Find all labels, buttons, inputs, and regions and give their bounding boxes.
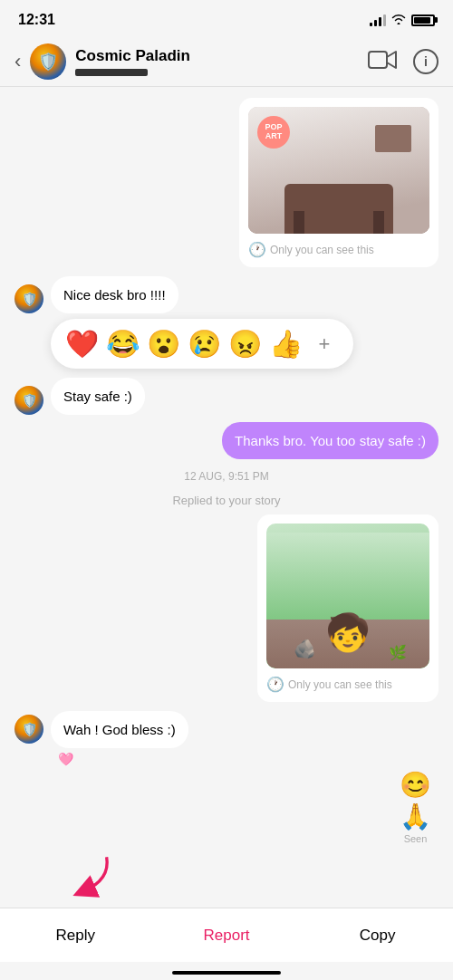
battery-icon [411,14,435,26]
seen-emojis: 😊 🙏 Seen [400,770,431,844]
copy-button[interactable]: Copy [302,908,453,962]
reaction-picker[interactable]: ❤️ 😂 😮 😢 😠 👍 + [51,319,353,369]
video-call-button[interactable] [368,49,399,74]
message-row-4: 🛡️ Wah ! God bless :) 🩷 [14,711,439,766]
bottom-action-bar: Reply Report Copy [0,908,453,962]
contact-name: Cosmic Paladin [75,47,368,65]
reply-arrow-icon [69,853,114,898]
info-button[interactable]: i [413,49,439,74]
avatar: 🛡️ [30,43,66,80]
sender-avatar-2: 🛡️ [14,386,43,415]
report-button[interactable]: Report [151,908,303,962]
reaction-cry[interactable]: 😢 [188,328,221,360]
status-bar: 12:31 [0,0,453,36]
story-card: POPART 🕐 Only you can see this [239,98,439,267]
reaction-wow[interactable]: 😮 [147,328,180,360]
chat-header: ‹ 🛡️ Cosmic Paladin i [0,36,453,87]
seen-emoji-pray: 🙏 [400,802,431,831]
clock-icon-2: 🕐 [266,676,284,693]
status-time: 12:31 [18,12,55,28]
heart-reaction: 🩷 [58,752,188,766]
home-indicator [172,971,281,975]
message-bubble-3: Thanks bro. You too stay safe :) [222,422,439,459]
only-you-row-top: 🕐 Only you can see this [248,241,429,258]
back-button[interactable]: ‹ [14,50,21,73]
status-icons [370,13,435,27]
message-bubble-1: Nice desk bro !!!! [51,276,178,313]
message-row-1: 🛡️ Nice desk bro !!!! [14,276,439,313]
second-story-card-row: 🧒 🪨 🌿 🕐 Only you can see this [14,514,439,702]
only-you-text-top: Only you can see this [270,244,374,256]
header-actions: i [368,49,439,74]
svg-rect-0 [369,52,387,68]
message-bubble-2: Stay safe :) [51,378,145,415]
reaction-picker-container: ❤️ 😂 😮 😢 😠 👍 + [51,319,439,369]
reaction-more-button[interactable]: + [310,330,339,359]
reply-button[interactable]: Reply [0,908,151,962]
clock-icon: 🕐 [248,241,266,258]
seen-emoji-smile: 😊 [400,770,431,800]
sender-avatar-3: 🛡️ [14,715,43,744]
only-you-row-2: 🕐 Only you can see this [266,676,429,693]
seen-label: Seen [404,833,428,844]
reaction-angry[interactable]: 😠 [228,328,262,360]
avatar-image: 🛡️ [30,43,66,80]
message-bubble-4: Wah ! God bless :) [51,711,188,748]
only-you-text-2: Only you can see this [288,678,392,691]
wah-message-group: Wah ! God bless :) 🩷 [51,711,188,766]
header-info: Cosmic Paladin [75,47,368,76]
replied-to-story-label: Replied to your story [14,494,439,507]
seen-row: 😊 🙏 Seen [14,770,439,844]
message-row-2: 🛡️ Stay safe :) [14,378,439,415]
story-image: POPART [248,107,429,234]
sticker: POPART [257,116,290,149]
first-story-card: POPART 🕐 Only you can see this [14,98,439,267]
reaction-thumbs-up[interactable]: 👍 [269,328,303,360]
reaction-heart[interactable]: ❤️ [65,328,99,360]
contact-status [75,69,148,76]
date-separator: 12 AUG, 9:51 PM [14,470,439,483]
reaction-laugh[interactable]: 😂 [106,328,140,360]
sender-avatar-1: 🛡️ [14,284,43,313]
chat-area: POPART 🕐 Only you can see this 🛡️ Nice d… [0,87,453,918]
second-story-card: 🧒 🪨 🌿 🕐 Only you can see this [257,514,439,702]
arrow-container [14,853,439,908]
second-story-image: 🧒 🪨 🌿 [266,524,429,668]
wifi-icon [391,13,406,27]
message-row-3: Thanks bro. You too stay safe :) [14,422,439,459]
signal-bars-icon [370,14,386,26]
